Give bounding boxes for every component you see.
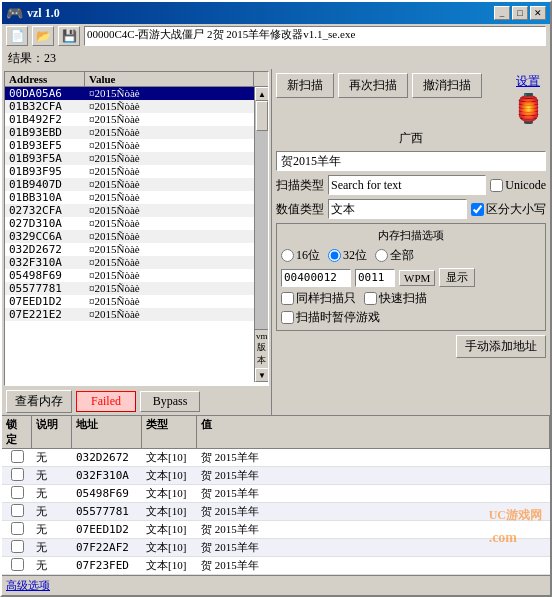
left-bottom-buttons: 查看内存 Failed Bypass: [2, 388, 271, 415]
settings-icon[interactable]: 🏮: [510, 90, 546, 126]
table-row[interactable]: 无 032D2672 文本[10] 贺 2015羊年: [2, 449, 550, 467]
list-row[interactable]: 07E221E2¤2015Ñòàè: [5, 308, 254, 321]
failed-button[interactable]: Failed: [76, 391, 136, 412]
bit16-radio-label[interactable]: 16位: [281, 247, 320, 264]
table-row[interactable]: 无 05577781 文本[10] 贺 2015羊年: [2, 503, 550, 521]
value-type-row: 数值类型 文本 区分大小写: [276, 199, 546, 219]
unicode-checkbox[interactable]: [490, 179, 503, 192]
bottom-table-body: 无 032D2672 文本[10] 贺 2015羊年 无 032F310A 文本…: [2, 449, 550, 575]
bypass-button[interactable]: Bypass: [140, 391, 200, 412]
right-panel: 新扫描 再次扫描 撤消扫描 设置 🏮 广西 扫描类型 Search: [272, 69, 550, 415]
list-row[interactable]: 027D310A¤2015Ñòàè: [5, 217, 254, 230]
lock-checkbox[interactable]: [11, 558, 24, 571]
bit-all-radio[interactable]: [375, 249, 388, 262]
unicode-label: Unicode: [505, 178, 546, 193]
lock-checkbox[interactable]: [11, 540, 24, 553]
value-col-header[interactable]: Value: [85, 72, 254, 86]
table-row[interactable]: 无 032F310A 文本[10] 贺 2015羊年: [2, 467, 550, 485]
table-row[interactable]: 无 05498F69 文本[10] 贺 2015羊年: [2, 485, 550, 503]
addr-end-input[interactable]: [355, 269, 395, 287]
addr-start-input[interactable]: [281, 269, 351, 287]
scan-type-dropdown[interactable]: Search for text: [328, 175, 486, 195]
list-row[interactable]: 07EED1D2¤2015Ñòàè: [5, 295, 254, 308]
desc-col-header[interactable]: 说明: [32, 416, 72, 448]
list-row[interactable]: 00DA05A6¤2015Ñòàè: [5, 87, 254, 100]
table-row[interactable]: 无 07EED1D2 文本[10] 贺 2015羊年: [2, 521, 550, 539]
case-sensitive-checkbox[interactable]: [471, 203, 484, 216]
result-bar: 结果： 23: [2, 48, 550, 69]
pause-game-label[interactable]: 扫描时暂停游戏: [281, 309, 380, 326]
value-type-label: 数值类型: [276, 201, 324, 218]
check-memory-button[interactable]: 查看内存: [6, 390, 72, 413]
wpm-button[interactable]: WPM: [399, 270, 435, 286]
lock-checkbox[interactable]: [11, 504, 24, 517]
same-scan-checkbox[interactable]: [281, 292, 294, 305]
title-bar: 🎮 vzl 1.0 _ □ ✕: [2, 2, 550, 24]
list-row[interactable]: 05577781¤2015Ñòàè: [5, 282, 254, 295]
lock-checkbox[interactable]: [11, 468, 24, 481]
manual-add-button[interactable]: 手动添加地址: [456, 335, 546, 358]
case-sensitive-label: 区分大小写: [486, 201, 546, 218]
scan-options-group: 内存扫描选项 16位 32位 全部: [276, 223, 546, 331]
list-row[interactable]: 01B93F95¤2015Ñòàè: [5, 165, 254, 178]
display-button[interactable]: 显示: [439, 268, 475, 287]
open-icon[interactable]: 📂: [32, 26, 54, 46]
pause-game-checkbox[interactable]: [281, 311, 294, 324]
advanced-link[interactable]: 高级选项: [6, 578, 50, 593]
region-label: 广西: [276, 130, 546, 147]
list-row[interactable]: 02732CFA¤2015Ñòàè: [5, 204, 254, 217]
lock-checkbox[interactable]: [11, 522, 24, 535]
scroll-thumb[interactable]: [256, 101, 268, 131]
list-row[interactable]: 01B492F2¤2015Ñòàè: [5, 113, 254, 126]
address-list-container: Address Value 00DA05A6¤2015Ñòàè01B32CFA¤…: [4, 71, 269, 386]
scroll-label: vm 版本: [255, 329, 268, 368]
list-row[interactable]: 032F310A¤2015Ñòàè: [5, 256, 254, 269]
lock-col-header[interactable]: 锁定: [2, 416, 32, 448]
list-row[interactable]: 0329CC6A¤2015Ñòàè: [5, 230, 254, 243]
minimize-button[interactable]: _: [494, 6, 510, 20]
rescan-button[interactable]: 再次扫描: [338, 73, 408, 98]
address-list-body: 00DA05A6¤2015Ñòàè01B32CFA¤2015Ñòàè01B492…: [5, 87, 254, 364]
fast-scan-label[interactable]: 快速扫描: [364, 290, 427, 307]
list-row[interactable]: 05498F69¤2015Ñòàè: [5, 269, 254, 282]
list-row[interactable]: 01BB310A¤2015Ñòàè: [5, 191, 254, 204]
maximize-button[interactable]: □: [512, 6, 528, 20]
close-button[interactable]: ✕: [530, 6, 546, 20]
address-col-header[interactable]: Address: [5, 72, 85, 86]
list-row[interactable]: 01B32CFA¤2015Ñòàè: [5, 100, 254, 113]
new-icon[interactable]: 📄: [6, 26, 28, 46]
settings-link[interactable]: 设置: [516, 73, 540, 90]
value-type-dropdown[interactable]: 文本: [328, 199, 467, 219]
save-icon[interactable]: 💾: [58, 26, 80, 46]
table-row[interactable]: 无 07F22AF2 文本[10] 贺 2015羊年: [2, 539, 550, 557]
lock-checkbox[interactable]: [11, 486, 24, 499]
bit-all-radio-label[interactable]: 全部: [375, 247, 414, 264]
list-scrollbar[interactable]: ▲ vm 版本 ▼: [254, 87, 268, 382]
type-col-header[interactable]: 类型: [142, 416, 197, 448]
addr-col-header[interactable]: 地址: [72, 416, 142, 448]
scroll-up-button[interactable]: ▲: [255, 87, 269, 101]
new-scan-button[interactable]: 新扫描: [276, 73, 334, 98]
toolbar: 📄 📂 💾 00000C4C-西游大战僵尸 2贺 2015羊年修改器v1.1_s…: [2, 24, 550, 48]
same-scan-label[interactable]: 同样扫描只: [281, 290, 356, 307]
list-row[interactable]: 01B93EBD¤2015Ñòàè: [5, 126, 254, 139]
bit16-radio[interactable]: [281, 249, 294, 262]
list-row[interactable]: 01B9407D¤2015Ñòàè: [5, 178, 254, 191]
scroll-down-button[interactable]: ▼: [255, 368, 269, 382]
scan-type-label: 扫描类型: [276, 177, 324, 194]
list-row[interactable]: 01B93EF5¤2015Ñòàè: [5, 139, 254, 152]
list-row[interactable]: 032D2672¤2015Ñòàè: [5, 243, 254, 256]
bit32-radio-label[interactable]: 32位: [328, 247, 367, 264]
undo-scan-button[interactable]: 撤消扫描: [412, 73, 482, 98]
main-area: Address Value 00DA05A6¤2015Ñòàè01B32CFA¤…: [2, 69, 550, 415]
bit32-radio[interactable]: [328, 249, 341, 262]
val-col-header[interactable]: 值: [197, 416, 550, 448]
app-icon: 🎮: [6, 5, 23, 22]
lock-checkbox[interactable]: [11, 450, 24, 463]
app-path: 00000C4C-西游大战僵尸 2贺 2015羊年修改器v1.1_se.exe: [84, 26, 546, 46]
table-row[interactable]: 无 07F23FED 文本[10] 贺 2015羊年: [2, 557, 550, 575]
value-input[interactable]: [276, 151, 546, 171]
fast-scan-checkbox[interactable]: [364, 292, 377, 305]
scan-buttons-row: 新扫描 再次扫描 撤消扫描 设置 🏮: [276, 73, 546, 126]
list-row[interactable]: 01B93F5A¤2015Ñòàè: [5, 152, 254, 165]
